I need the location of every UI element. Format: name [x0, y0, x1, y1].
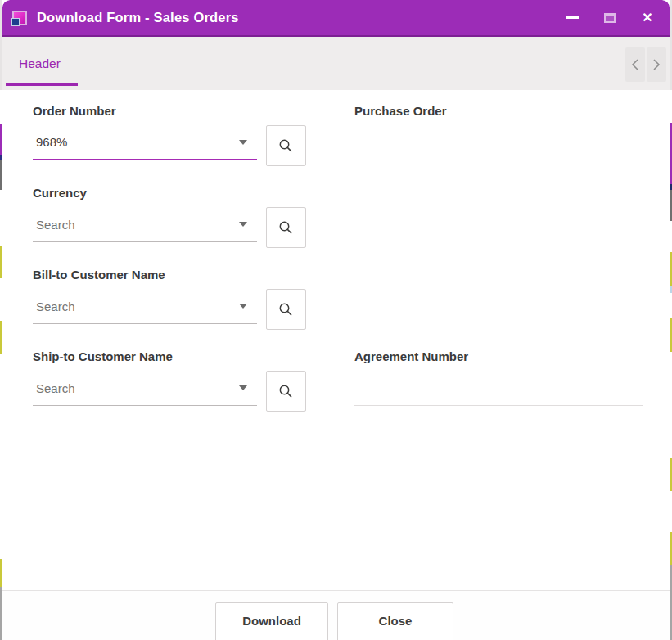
field-purchase-order: Purchase Order: [354, 103, 643, 160]
chevron-right-icon: [652, 59, 661, 70]
field-ship-to-customer-name: Ship-to Customer Name: [33, 349, 306, 412]
tab-bar: Header: [2, 37, 670, 90]
minimize-icon: [566, 16, 579, 19]
bill-to-customer-name-input[interactable]: [33, 300, 234, 313]
dropdown-caret-icon[interactable]: [239, 385, 247, 390]
ship-to-customer-name-input[interactable]: [33, 381, 234, 395]
dropdown-caret-icon[interactable]: [239, 222, 247, 227]
order-number-combobox: [33, 125, 257, 160]
search-icon: [277, 301, 294, 318]
order-number-input[interactable]: [33, 135, 234, 149]
minimize-button[interactable]: [565, 11, 580, 25]
purchase-order-input[interactable]: [354, 136, 643, 150]
purchase-order-label: Purchase Order: [354, 103, 643, 119]
close-icon: ✕: [642, 11, 652, 25]
field-bill-to-customer-name: Bill-to Customer Name: [33, 267, 306, 330]
dropdown-caret-icon[interactable]: [239, 140, 247, 145]
field-currency: Currency: [33, 185, 306, 248]
currency-input[interactable]: [33, 218, 234, 232]
chevron-left-icon: [631, 59, 639, 70]
tab-header[interactable]: Header: [2, 37, 81, 90]
currency-combobox: [33, 207, 257, 242]
maximize-button[interactable]: [602, 11, 617, 25]
bill-to-customer-name-label: Bill-to Customer Name: [33, 267, 306, 283]
maximize-icon: [604, 13, 616, 23]
agreement-number-label: Agreement Number: [354, 349, 643, 365]
tab-header-label: Header: [19, 56, 61, 70]
currency-search-button[interactable]: [266, 207, 306, 248]
app-icon: [12, 11, 27, 25]
tab-scroll-prev-button[interactable]: [625, 47, 645, 82]
bill-to-customer-name-search-button[interactable]: [266, 289, 306, 330]
close-dialog-button[interactable]: Close: [337, 602, 453, 640]
order-number-search-button[interactable]: [266, 125, 306, 166]
download-form-dialog: Download Form - Sales Orders ✕ Header: [2, 0, 670, 640]
ship-to-customer-name-search-button[interactable]: [266, 371, 306, 412]
bill-to-customer-name-combobox: [33, 289, 257, 324]
currency-label: Currency: [33, 185, 306, 201]
ship-to-customer-name-combobox: [33, 371, 257, 406]
download-button[interactable]: Download: [215, 602, 328, 640]
agreement-number-box: [354, 371, 643, 406]
active-tab-indicator: [6, 83, 78, 86]
tab-scroll-next-button[interactable]: [647, 47, 666, 82]
form-content: Order Number Purchase Order: [2, 90, 670, 590]
window-title: Download Form - Sales Orders: [37, 10, 239, 25]
order-number-label: Order Number: [33, 103, 306, 119]
footer-bar: Download Close: [2, 590, 670, 640]
window-controls: ✕: [565, 11, 661, 25]
close-button[interactable]: ✕: [640, 11, 655, 25]
agreement-number-input[interactable]: [354, 381, 643, 395]
search-icon: [277, 219, 294, 236]
dropdown-caret-icon[interactable]: [239, 304, 247, 309]
search-icon: [277, 383, 294, 399]
purchase-order-box: [354, 125, 643, 160]
field-agreement-number: Agreement Number: [354, 349, 643, 406]
ship-to-customer-name-label: Ship-to Customer Name: [33, 349, 306, 365]
field-order-number: Order Number: [33, 103, 306, 166]
search-icon: [277, 137, 294, 154]
titlebar: Download Form - Sales Orders ✕: [2, 0, 670, 37]
